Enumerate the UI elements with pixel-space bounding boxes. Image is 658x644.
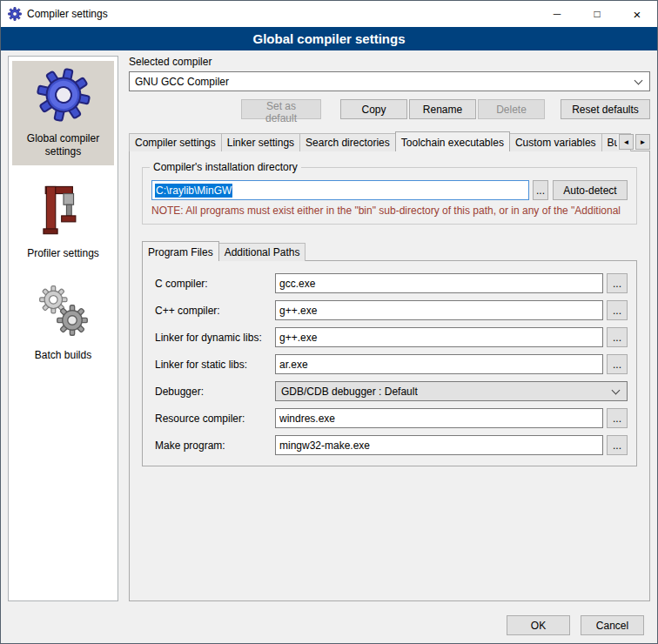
- cpp-compiler-label: C++ compiler:: [155, 305, 275, 317]
- tab-additional-paths[interactable]: Additional Paths: [218, 243, 306, 261]
- c-compiler-input[interactable]: [275, 273, 603, 293]
- linker-static-input[interactable]: [275, 354, 603, 374]
- make-program-label: Make program:: [155, 439, 275, 452]
- program-files-tabstrip: Program Files Additional Paths: [142, 240, 637, 261]
- dialog-footer: OK Cancel: [496, 615, 644, 635]
- delete-button[interactable]: Delete: [478, 99, 545, 119]
- linker-dynamic-input[interactable]: [275, 327, 603, 347]
- gray-gears-icon: [37, 283, 90, 340]
- tab-linker-settings[interactable]: Linker settings: [221, 133, 300, 151]
- resource-compiler-label: Resource compiler:: [155, 413, 275, 425]
- sidebar-item-label: Profiler settings: [27, 247, 99, 260]
- installation-directory-browse-button[interactable]: ...: [533, 180, 548, 200]
- linker-static-browse-button[interactable]: ...: [607, 354, 628, 374]
- rename-button[interactable]: Rename: [409, 99, 476, 119]
- compiler-combobox[interactable]: GNU GCC Compiler: [129, 71, 650, 91]
- settings-sidebar: Global compiler settings: [8, 56, 118, 601]
- linker-dynamic-browse-button[interactable]: ...: [607, 327, 628, 347]
- form-row: C compiler: ...: [155, 273, 628, 293]
- c-compiler-label: C compiler:: [155, 278, 275, 290]
- installation-note: NOTE: All programs must exist either in …: [151, 205, 628, 217]
- copy-button[interactable]: Copy: [340, 99, 407, 119]
- make-program-browse-button[interactable]: ...: [607, 435, 628, 455]
- linker-dynamic-label: Linker for dynamic libs:: [155, 332, 275, 344]
- blue-gear-icon: [37, 66, 91, 124]
- caption-buttons: ─ □ ×: [537, 1, 657, 27]
- cancel-button[interactable]: Cancel: [581, 615, 644, 635]
- page-title: Global compiler settings: [1, 27, 657, 50]
- tab-scrollers: ◄ ►: [617, 134, 650, 150]
- window-title: Compiler settings: [27, 8, 108, 20]
- sidebar-item-profiler-settings[interactable]: Profiler settings: [12, 176, 114, 267]
- debugger-select[interactable]: GDB/CDB debugger : Default: [275, 381, 628, 401]
- debugger-select-value: GDB/CDB debugger : Default: [281, 386, 418, 398]
- cpp-compiler-input[interactable]: [275, 300, 603, 320]
- linker-static-label: Linker for static libs:: [155, 359, 275, 371]
- form-row: C++ compiler: ...: [155, 300, 628, 320]
- sidebar-item-label: Batch builds: [35, 349, 91, 362]
- compiler-combobox-value: GNU GCC Compiler: [135, 76, 229, 88]
- cpp-compiler-browse-button[interactable]: ...: [607, 300, 628, 320]
- make-program-input[interactable]: [275, 435, 603, 455]
- maximize-button[interactable]: □: [577, 1, 617, 27]
- profiler-tool-icon: [41, 181, 86, 238]
- form-row: Make program: ...: [155, 435, 628, 455]
- program-files-section: Program Files Additional Paths C compile…: [138, 240, 641, 466]
- compiler-settings-dialog: Compiler settings ─ □ × Global compiler …: [0, 0, 658, 644]
- sidebar-item-label: Global compiler settings: [14, 132, 112, 158]
- tab-custom-variables[interactable]: Custom variables: [509, 133, 602, 151]
- installation-directory-group: Compiler's installation directory C:\ray…: [142, 167, 637, 225]
- installation-directory-group-title: Compiler's installation directory: [150, 161, 301, 173]
- tab-compiler-settings[interactable]: Compiler settings: [129, 133, 222, 151]
- auto-detect-button[interactable]: Auto-detect: [553, 180, 628, 200]
- selected-compiler-label: Selected compiler: [129, 56, 650, 68]
- minimize-button[interactable]: ─: [537, 1, 577, 27]
- form-row: Resource compiler: ...: [155, 408, 628, 428]
- close-button[interactable]: ×: [617, 1, 657, 27]
- tab-search-directories[interactable]: Search directories: [299, 133, 396, 151]
- settings-tabstrip: Compiler settings Linker settings Search…: [129, 131, 650, 151]
- app-gear-icon: [8, 7, 22, 21]
- resource-compiler-browse-button[interactable]: ...: [607, 408, 628, 428]
- sidebar-item-global-compiler-settings[interactable]: Global compiler settings: [12, 61, 114, 165]
- sidebar-item-batch-builds[interactable]: Batch builds: [12, 278, 114, 369]
- toolchain-executables-panel: Compiler's installation directory C:\ray…: [129, 151, 650, 601]
- ok-button[interactable]: OK: [507, 615, 570, 635]
- set-as-default-button[interactable]: Set as default: [241, 99, 321, 119]
- tab-scroll-left-icon[interactable]: ◄: [619, 134, 634, 150]
- installation-directory-row: C:\raylib\MinGW ... Auto-detect: [151, 180, 628, 200]
- program-files-panel: C compiler: ... C++ compiler: ... Linker…: [142, 260, 637, 466]
- tab-toolchain-executables[interactable]: Toolchain executables: [395, 131, 510, 151]
- form-row: Linker for dynamic libs: ...: [155, 327, 628, 347]
- debugger-label: Debugger:: [155, 386, 275, 398]
- tab-program-files[interactable]: Program Files: [142, 241, 219, 261]
- form-row: Linker for static libs: ...: [155, 354, 628, 374]
- reset-defaults-button[interactable]: Reset defaults: [561, 99, 650, 119]
- chevron-down-icon: [634, 77, 643, 85]
- tab-scroll-right-icon[interactable]: ►: [635, 134, 650, 150]
- installation-directory-input[interactable]: C:\raylib\MinGW: [151, 180, 529, 200]
- resource-compiler-input[interactable]: [275, 408, 603, 428]
- titlebar: Compiler settings ─ □ ×: [1, 1, 657, 27]
- selected-text: C:\raylib\MinGW: [155, 184, 232, 198]
- chevron-down-icon: [612, 386, 621, 395]
- c-compiler-browse-button[interactable]: ...: [607, 273, 628, 293]
- main-panel: Selected compiler GNU GCC Compiler Set a…: [129, 56, 650, 601]
- form-row: Debugger: GDB/CDB debugger : Default: [155, 381, 628, 401]
- compiler-buttons-row: Set as default Copy Rename Delete Reset …: [129, 99, 650, 119]
